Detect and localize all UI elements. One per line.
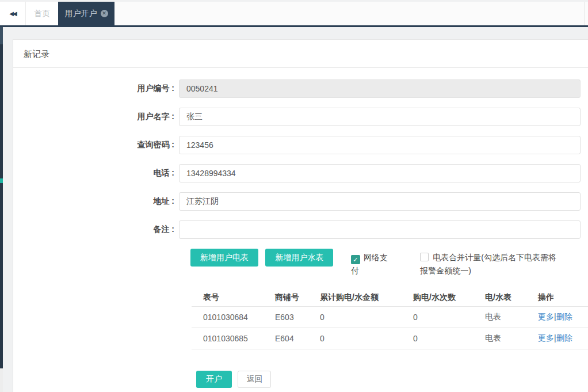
new-record-panel: 新记录 用户编号 : 用户名字 : 查询密码 : bbox=[13, 39, 588, 392]
sidebar-collapse-button[interactable]: ◀◀ bbox=[0, 2, 26, 25]
network-payment-checkbox[interactable]: ✓ bbox=[351, 255, 360, 264]
cell-total-amount: 0 bbox=[320, 307, 413, 328]
form-row-phone: 电话 : bbox=[13, 164, 588, 182]
tab-home-label: 首页 bbox=[34, 9, 50, 19]
meter-table-container: 表号 商铺号 累计购电/水金额 购电/水次数 电/水表 操作 010103068… bbox=[192, 289, 588, 349]
network-payment-checkbox-group[interactable]: ✓网络支付 bbox=[351, 251, 392, 277]
user-name-label: 用户名字 : bbox=[13, 112, 174, 122]
form-row-query-password: 查询密码 : bbox=[13, 136, 588, 154]
col-header-meter-type: 电/水表 bbox=[485, 289, 538, 307]
cell-total-amount: 0 bbox=[320, 328, 413, 349]
user-number-field bbox=[179, 79, 581, 98]
add-electric-meter-button[interactable]: 新增用户电表 bbox=[190, 249, 258, 267]
tab-bar: ◀◀ 首页 用户开户 ✕ bbox=[0, 0, 588, 27]
double-left-arrow-icon: ◀◀ bbox=[9, 10, 16, 17]
cell-meter-no: 0101030684 bbox=[192, 307, 275, 328]
panel-title: 新记录 bbox=[13, 40, 588, 68]
cell-operations: 更多|删除 bbox=[538, 307, 588, 328]
footer-buttons: 开户 返回 bbox=[196, 371, 588, 392]
cell-operations: 更多|删除 bbox=[538, 328, 588, 349]
tab-active-label: 用户开户 bbox=[65, 9, 97, 19]
cell-shop-no: E604 bbox=[275, 328, 320, 349]
col-header-meter-no: 表号 bbox=[192, 289, 275, 307]
cell-meter-type: 电表 bbox=[485, 328, 538, 349]
phone-label: 电话 : bbox=[13, 168, 174, 178]
address-label: 地址 : bbox=[13, 196, 174, 207]
meter-merge-checkbox[interactable] bbox=[420, 253, 429, 261]
user-name-field[interactable] bbox=[179, 108, 581, 126]
meter-actions-row: 新增用户电表 新增用户水表 ✓网络支付 电表合并计量(勾选后名下电表需将报警金额… bbox=[13, 249, 588, 277]
form-row-address: 地址 : bbox=[13, 192, 588, 211]
address-field[interactable] bbox=[179, 192, 581, 211]
query-password-field[interactable] bbox=[179, 136, 581, 154]
open-account-button[interactable]: 开户 bbox=[196, 371, 232, 388]
table-row: 0101030684 E603 0 0 电表 更多|删除 bbox=[192, 307, 588, 328]
col-header-shop-no: 商铺号 bbox=[275, 289, 320, 307]
form-row-user-number: 用户编号 : bbox=[13, 79, 588, 98]
delete-link[interactable]: 删除 bbox=[556, 333, 572, 342]
col-header-purchase-count: 购电/水次数 bbox=[413, 289, 485, 307]
phone-field[interactable] bbox=[179, 164, 581, 182]
cell-purchase-count: 0 bbox=[413, 307, 485, 328]
table-row: 0101030685 E604 0 0 电表 更多|删除 bbox=[192, 328, 588, 349]
tab-user-account-opening[interactable]: 用户开户 ✕ bbox=[58, 2, 114, 25]
meter-merge-label: 电表合并计量(勾选后名下电表需将报警金额统一) bbox=[420, 253, 556, 275]
meter-table-header-row: 表号 商铺号 累计购电/水金额 购电/水次数 电/水表 操作 bbox=[192, 289, 588, 307]
back-button[interactable]: 返回 bbox=[238, 371, 271, 388]
cell-meter-type: 电表 bbox=[485, 307, 538, 328]
remarks-label: 备注 : bbox=[13, 224, 174, 235]
tabbar-edge-divider bbox=[584, 2, 585, 25]
tab-home[interactable]: 首页 bbox=[26, 2, 58, 25]
cell-purchase-count: 0 bbox=[413, 328, 485, 349]
content-area: 新记录 用户编号 : 用户名字 : 查询密码 : bbox=[3, 27, 588, 392]
col-header-total-amount: 累计购电/水金额 bbox=[320, 289, 413, 307]
more-link[interactable]: 更多 bbox=[538, 312, 554, 321]
col-header-operation: 操作 bbox=[538, 289, 588, 307]
close-tab-icon[interactable]: ✕ bbox=[101, 10, 108, 17]
meter-merge-checkbox-group[interactable]: 电表合并计量(勾选后名下电表需将报警金额统一) bbox=[420, 251, 564, 277]
remarks-field[interactable] bbox=[179, 220, 581, 239]
cell-meter-no: 0101030685 bbox=[192, 328, 275, 349]
user-number-label: 用户编号 : bbox=[13, 83, 174, 94]
cell-shop-no: E603 bbox=[275, 307, 320, 328]
new-record-form: 用户编号 : 用户名字 : 查询密码 : 电话 : bbox=[13, 68, 588, 392]
form-row-remarks: 备注 : bbox=[13, 220, 588, 239]
meter-table: 表号 商铺号 累计购电/水金额 购电/水次数 电/水表 操作 010103068… bbox=[192, 289, 588, 349]
delete-link[interactable]: 删除 bbox=[556, 312, 572, 321]
query-password-label: 查询密码 : bbox=[13, 140, 174, 150]
add-water-meter-button[interactable]: 新增用户水表 bbox=[265, 249, 333, 267]
form-row-user-name: 用户名字 : bbox=[13, 108, 588, 126]
more-link[interactable]: 更多 bbox=[538, 333, 554, 342]
